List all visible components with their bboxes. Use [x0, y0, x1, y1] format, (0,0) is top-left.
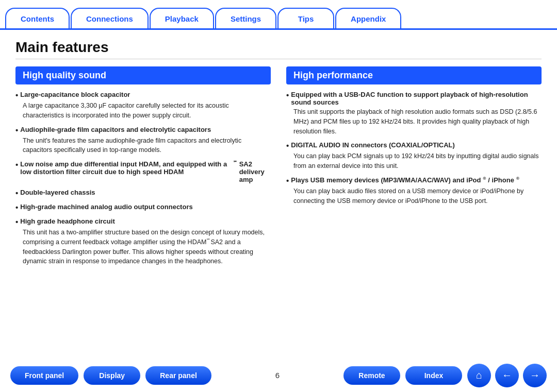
right-section-header: High performance — [286, 66, 542, 84]
tab-settings[interactable]: Settings — [215, 8, 276, 28]
bullet-text: You can play back audio files stored on … — [286, 186, 542, 206]
bullet-title: Large-capacitance block capacitor — [15, 91, 271, 100]
forward-icon-button[interactable]: → — [523, 364, 547, 387]
bullet-text: This unit has a two-amplifier structure … — [15, 228, 271, 266]
btn-index[interactable]: Index — [405, 366, 462, 385]
left-column: High quality sound Large-capacitance blo… — [15, 66, 271, 271]
list-item: Equipped with a USB-DAC function to supp… — [286, 91, 542, 136]
list-item: Low noise amp due differential input HDA… — [15, 160, 271, 183]
bullet-title: Low noise amp due differential input HDA… — [15, 160, 271, 183]
back-icon-button[interactable]: ← — [495, 364, 519, 387]
bullet-title: High-grade machined analog audio output … — [15, 203, 271, 212]
list-item: High grade headphone circuit This unit h… — [15, 217, 271, 266]
list-item: Double-layered chassis — [15, 189, 271, 198]
bullet-text: This unit supports the playback of high … — [286, 107, 542, 136]
bullet-text: The unit's features the same audiophile-… — [15, 136, 271, 156]
list-item: High-grade machined analog audio output … — [15, 203, 271, 212]
bullet-title: Equipped with a USB-DAC function to supp… — [286, 91, 542, 106]
bottom-bar: Front panel Display Rear panel 6 Remote … — [0, 359, 557, 392]
main-content: Main features High quality sound Large-c… — [0, 30, 557, 277]
bottom-right-section: Remote Index ⌂ ← → — [343, 364, 547, 387]
bullet-text: A large capacitance 3,300 μF capacitor c… — [15, 101, 271, 121]
back-arrow-icon: ← — [502, 369, 512, 381]
left-section-header: High quality sound — [15, 66, 271, 84]
btn-remote[interactable]: Remote — [343, 366, 400, 385]
right-column: High performance Equipped with a USB-DAC… — [286, 66, 542, 271]
page-number: 6 — [275, 371, 280, 380]
tab-connections[interactable]: Connections — [71, 8, 149, 28]
btn-rear-panel[interactable]: Rear panel — [145, 366, 211, 385]
list-item: Audiophile-grade film capacitors and ele… — [15, 126, 271, 156]
home-icon-button[interactable]: ⌂ — [467, 364, 491, 387]
top-navigation: Contents Connections Playback Settings T… — [0, 0, 557, 30]
forward-arrow-icon: → — [530, 369, 540, 381]
bullet-title: High grade headphone circuit — [15, 217, 271, 227]
home-icon: ⌂ — [476, 369, 482, 381]
bullet-title: Audiophile-grade film capacitors and ele… — [15, 126, 271, 135]
tab-contents[interactable]: Contents — [5, 8, 70, 28]
bullet-title: DIGITAL AUDIO IN connectors (COAXIAL/OPT… — [286, 141, 542, 150]
bottom-center: 6 — [275, 371, 280, 380]
btn-front-panel[interactable]: Front panel — [10, 366, 78, 385]
bullet-text: You can play back PCM signals up to 192 … — [286, 151, 542, 171]
list-item: Plays USB memory devices (MP3/WMA/AAC/WA… — [286, 176, 542, 206]
page-title: Main features — [15, 39, 542, 59]
btn-display[interactable]: Display — [84, 366, 140, 385]
icon-buttons: ⌂ ← → — [467, 364, 547, 387]
bottom-left-buttons: Front panel Display Rear panel — [10, 366, 211, 385]
tab-playback[interactable]: Playback — [150, 8, 214, 28]
bullet-title: Plays USB memory devices (MP3/WMA/AAC/WA… — [286, 176, 542, 185]
list-item: Large-capacitance block capacitor A larg… — [15, 91, 271, 121]
tab-tips[interactable]: Tips — [277, 8, 334, 28]
tab-appendix[interactable]: Appendix — [335, 8, 401, 28]
two-column-layout: High quality sound Large-capacitance blo… — [15, 66, 542, 271]
list-item: DIGITAL AUDIO IN connectors (COAXIAL/OPT… — [286, 141, 542, 171]
bullet-title: Double-layered chassis — [15, 189, 271, 198]
